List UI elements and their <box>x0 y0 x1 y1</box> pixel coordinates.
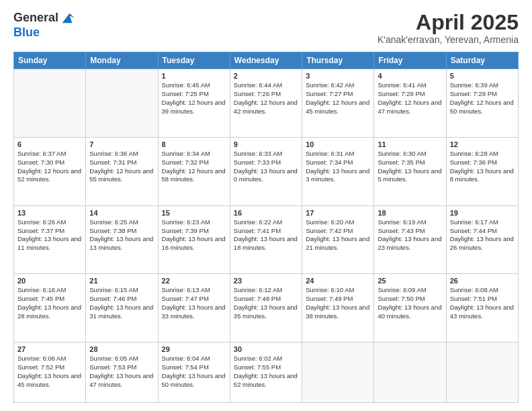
weekday-friday: Friday <box>374 52 446 69</box>
day-number: 22 <box>162 277 226 285</box>
day-number: 16 <box>234 209 298 217</box>
day-info: Sunrise: 6:05 AMSunset: 7:53 PMDaylight:… <box>89 355 154 389</box>
day-number: 14 <box>89 209 154 217</box>
day-info: Sunrise: 6:06 AMSunset: 7:52 PMDaylight:… <box>17 355 82 389</box>
calendar-cell: 5Sunrise: 6:39 AMSunset: 7:29 PMDaylight… <box>446 69 518 138</box>
day-number: 25 <box>378 277 442 285</box>
day-number: 11 <box>378 140 442 148</box>
calendar-cell: 24Sunrise: 6:10 AMSunset: 7:49 PMDayligh… <box>302 274 374 342</box>
weekday-tuesday: Tuesday <box>158 52 230 69</box>
calendar-cell: 7Sunrise: 6:36 AMSunset: 7:31 PMDaylight… <box>86 137 158 205</box>
calendar-cell: 6Sunrise: 6:37 AMSunset: 7:30 PMDaylight… <box>14 137 86 205</box>
calendar-cell <box>446 342 518 403</box>
logo-general: General <box>13 11 58 25</box>
day-number: 7 <box>89 140 154 148</box>
weekday-sunday: Sunday <box>14 52 86 69</box>
calendar-cell: 26Sunrise: 6:08 AMSunset: 7:51 PMDayligh… <box>446 274 518 342</box>
day-info: Sunrise: 6:30 AMSunset: 7:35 PMDaylight:… <box>378 150 442 184</box>
logo: General Blue <box>13 11 75 40</box>
day-number: 10 <box>306 140 370 148</box>
week-row-3: 13Sunrise: 6:26 AMSunset: 7:37 PMDayligh… <box>14 205 519 274</box>
day-info: Sunrise: 6:37 AMSunset: 7:30 PMDaylight:… <box>17 150 82 184</box>
day-info: Sunrise: 6:12 AMSunset: 7:48 PMDaylight:… <box>234 286 298 320</box>
calendar-cell: 15Sunrise: 6:23 AMSunset: 7:39 PMDayligh… <box>158 205 230 274</box>
calendar-cell: 3Sunrise: 6:42 AMSunset: 7:27 PMDaylight… <box>302 69 374 138</box>
day-info: Sunrise: 6:41 AMSunset: 7:28 PMDaylight:… <box>378 81 442 116</box>
calendar-cell: 18Sunrise: 6:19 AMSunset: 7:43 PMDayligh… <box>374 205 446 274</box>
calendar-cell: 4Sunrise: 6:41 AMSunset: 7:28 PMDaylight… <box>374 69 446 138</box>
day-info: Sunrise: 6:39 AMSunset: 7:29 PMDaylight:… <box>450 81 515 116</box>
day-number: 26 <box>450 277 515 285</box>
calendar-cell: 10Sunrise: 6:31 AMSunset: 7:34 PMDayligh… <box>302 137 374 205</box>
weekday-wednesday: Wednesday <box>230 52 302 69</box>
calendar-cell: 29Sunrise: 6:04 AMSunset: 7:54 PMDayligh… <box>158 342 230 403</box>
day-number: 27 <box>17 345 82 353</box>
weekday-monday: Monday <box>86 52 158 69</box>
calendar-cell <box>374 342 446 403</box>
week-row-1: 1Sunrise: 6:45 AMSunset: 7:25 PMDaylight… <box>14 69 519 138</box>
svg-marker-0 <box>62 13 75 24</box>
day-number: 5 <box>450 72 515 80</box>
day-info: Sunrise: 6:31 AMSunset: 7:34 PMDaylight:… <box>306 150 370 184</box>
calendar-cell: 20Sunrise: 6:16 AMSunset: 7:45 PMDayligh… <box>14 274 86 342</box>
day-info: Sunrise: 6:08 AMSunset: 7:51 PMDaylight:… <box>450 286 515 320</box>
day-info: Sunrise: 6:02 AMSunset: 7:55 PMDaylight:… <box>234 355 298 389</box>
calendar-cell: 12Sunrise: 6:28 AMSunset: 7:36 PMDayligh… <box>446 137 518 205</box>
day-info: Sunrise: 6:33 AMSunset: 7:33 PMDaylight:… <box>234 150 298 184</box>
logo-icon <box>60 11 75 26</box>
calendar-cell: 21Sunrise: 6:15 AMSunset: 7:46 PMDayligh… <box>86 274 158 342</box>
day-info: Sunrise: 6:34 AMSunset: 7:32 PMDaylight:… <box>162 150 226 184</box>
calendar-cell: 17Sunrise: 6:20 AMSunset: 7:42 PMDayligh… <box>302 205 374 274</box>
calendar-cell <box>14 69 86 138</box>
day-number: 3 <box>306 72 370 80</box>
calendar-cell: 2Sunrise: 6:44 AMSunset: 7:26 PMDaylight… <box>230 69 302 138</box>
day-info: Sunrise: 6:45 AMSunset: 7:25 PMDaylight:… <box>162 81 226 116</box>
day-info: Sunrise: 6:23 AMSunset: 7:39 PMDaylight:… <box>162 218 226 253</box>
calendar-cell: 25Sunrise: 6:09 AMSunset: 7:50 PMDayligh… <box>374 274 446 342</box>
day-number: 17 <box>306 209 370 217</box>
day-number: 24 <box>306 277 370 285</box>
day-number: 4 <box>378 72 442 80</box>
calendar-cell: 1Sunrise: 6:45 AMSunset: 7:25 PMDaylight… <box>158 69 230 138</box>
day-number: 6 <box>17 140 82 148</box>
day-info: Sunrise: 6:15 AMSunset: 7:46 PMDaylight:… <box>89 286 154 320</box>
calendar-cell: 27Sunrise: 6:06 AMSunset: 7:52 PMDayligh… <box>14 342 86 403</box>
weekday-header-row: SundayMondayTuesdayWednesdayThursdayFrid… <box>14 52 519 69</box>
day-info: Sunrise: 6:28 AMSunset: 7:36 PMDaylight:… <box>450 150 515 184</box>
day-info: Sunrise: 6:16 AMSunset: 7:45 PMDaylight:… <box>17 286 82 320</box>
logo-blue: Blue <box>13 26 75 40</box>
day-number: 8 <box>162 140 226 148</box>
calendar-cell <box>86 69 158 138</box>
week-row-5: 27Sunrise: 6:06 AMSunset: 7:52 PMDayligh… <box>14 342 519 403</box>
day-number: 19 <box>450 209 515 217</box>
day-number: 9 <box>234 140 298 148</box>
day-info: Sunrise: 6:13 AMSunset: 7:47 PMDaylight:… <box>162 286 226 320</box>
day-number: 12 <box>450 140 515 148</box>
weekday-thursday: Thursday <box>302 52 374 69</box>
week-row-4: 20Sunrise: 6:16 AMSunset: 7:45 PMDayligh… <box>14 274 519 342</box>
day-number: 18 <box>378 209 442 217</box>
day-number: 20 <box>17 277 82 285</box>
calendar: SundayMondayTuesdayWednesdayThursdayFrid… <box>13 52 519 403</box>
day-info: Sunrise: 6:04 AMSunset: 7:54 PMDaylight:… <box>162 355 226 389</box>
week-row-2: 6Sunrise: 6:37 AMSunset: 7:30 PMDaylight… <box>14 137 519 205</box>
day-number: 23 <box>234 277 298 285</box>
day-info: Sunrise: 6:17 AMSunset: 7:44 PMDaylight:… <box>450 218 515 253</box>
day-number: 28 <box>89 345 154 353</box>
weekday-saturday: Saturday <box>446 52 518 69</box>
day-info: Sunrise: 6:42 AMSunset: 7:27 PMDaylight:… <box>306 81 370 116</box>
title-block: April 2025 K'anak'erravan, Yerevan, Arme… <box>378 11 519 45</box>
calendar-cell: 22Sunrise: 6:13 AMSunset: 7:47 PMDayligh… <box>158 274 230 342</box>
day-number: 30 <box>234 345 298 353</box>
day-number: 1 <box>162 72 226 80</box>
calendar-cell: 30Sunrise: 6:02 AMSunset: 7:55 PMDayligh… <box>230 342 302 403</box>
day-number: 21 <box>89 277 154 285</box>
day-number: 2 <box>234 72 298 80</box>
page: General Blue April 2025 K'anak'erravan, … <box>0 0 532 411</box>
header: General Blue April 2025 K'anak'erravan, … <box>13 11 519 45</box>
calendar-cell: 13Sunrise: 6:26 AMSunset: 7:37 PMDayligh… <box>14 205 86 274</box>
calendar-cell: 9Sunrise: 6:33 AMSunset: 7:33 PMDaylight… <box>230 137 302 205</box>
day-info: Sunrise: 6:44 AMSunset: 7:26 PMDaylight:… <box>234 81 298 116</box>
calendar-cell: 19Sunrise: 6:17 AMSunset: 7:44 PMDayligh… <box>446 205 518 274</box>
day-info: Sunrise: 6:22 AMSunset: 7:41 PMDaylight:… <box>234 218 298 253</box>
